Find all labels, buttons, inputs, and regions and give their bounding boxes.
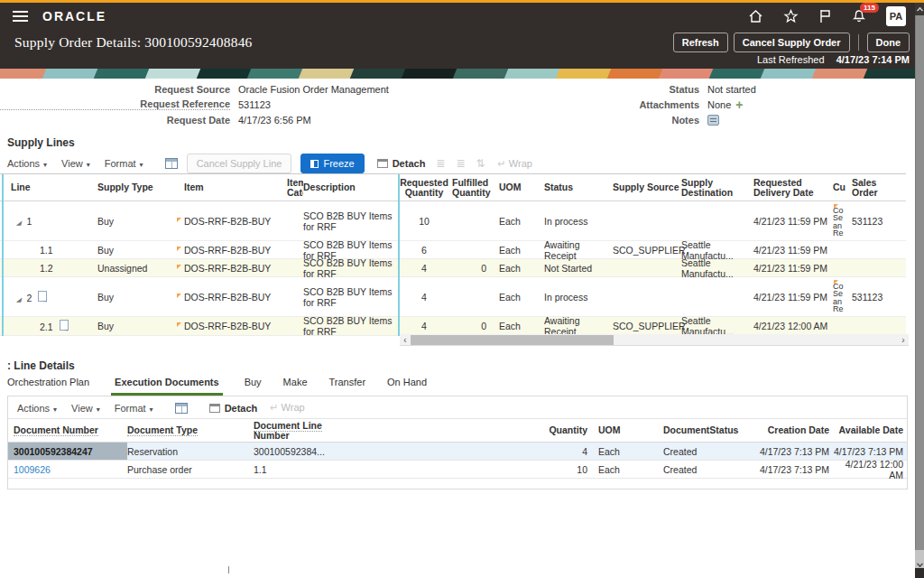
table-row[interactable]: 2 Buy DOS-RRF-B2B-BUY SCO B2B BUY Items … — [0, 277, 906, 317]
home-icon[interactable] — [748, 9, 763, 23]
favorites-star-icon[interactable] — [783, 9, 799, 23]
scrollbar-corner — [915, 568, 924, 578]
col-customer[interactable]: Cu — [833, 174, 848, 200]
tab-execution-documents[interactable]: Execution Documents — [111, 377, 223, 396]
tracking-document-icon[interactable] — [60, 320, 69, 331]
scroll-left-icon[interactable]: ‹ — [400, 334, 411, 346]
available-date-cell: 4/21/23 12:00 AM — [829, 459, 903, 480]
col-item[interactable]: Item — [177, 182, 287, 192]
horizontal-scrollbar-thumb[interactable] — [411, 335, 614, 345]
add-attachment-icon[interactable]: + — [735, 100, 743, 109]
horizontal-scrollbar[interactable]: ‹ › — [400, 334, 909, 346]
changed-indicator — [177, 294, 181, 298]
done-button[interactable]: Done — [867, 33, 910, 52]
tab-orchestration-plan[interactable]: Orchestration Plan — [7, 377, 89, 396]
view-menu[interactable]: View — [61, 158, 90, 169]
table-row[interactable]: 1.2 Unassigned DOS-RRF-B2B-BUY SCO B2B B… — [0, 259, 906, 277]
col-fulfilled-quantity[interactable]: Fulfilled Quantity — [452, 178, 492, 198]
view-menu[interactable]: View — [71, 403, 100, 414]
document-number-cell[interactable]: 300100592384247 — [14, 446, 93, 457]
freeze-icon — [310, 160, 319, 168]
detach-button[interactable]: Detach — [209, 403, 258, 414]
col-supply-source[interactable]: Supply Source — [613, 182, 681, 192]
notes-icon[interactable] — [707, 115, 719, 126]
line-number: 1.1 — [40, 245, 53, 256]
avatar[interactable]: PA — [886, 6, 906, 26]
wrap-button[interactable]: Wrap — [270, 402, 304, 414]
page-title-bar: Supply Order Details: 300100592408846 Re… — [0, 30, 924, 55]
cancel-supply-line-button[interactable]: Cancel Supply Line — [187, 154, 292, 173]
supply-source-cell: SCO_SUPPLIER — [613, 245, 681, 256]
notifications-bell-icon[interactable]: 115 — [852, 9, 866, 23]
col-document-line-number[interactable]: Document Line Number — [254, 421, 322, 441]
col-line[interactable]: Line — [7, 182, 97, 192]
export-grid-icon[interactable] — [165, 158, 178, 169]
col-document-status[interactable]: DocumentStatus — [651, 425, 750, 435]
go-up-icon[interactable]: ≣ — [456, 157, 465, 170]
scroll-up-icon[interactable] — [915, 3, 924, 15]
tracking-document-icon[interactable] — [38, 291, 47, 302]
show-as-top-icon[interactable]: ⇅ — [476, 157, 485, 170]
scroll-down-icon[interactable] — [916, 560, 923, 567]
vertical-scrollbar-thumb[interactable] — [915, 15, 924, 550]
oracle-logo: ORACLE — [42, 9, 106, 23]
table-row[interactable]: 300100592384247 Reservation 300100592384… — [8, 443, 907, 461]
col-sales-order[interactable]: Sales Order — [848, 178, 904, 198]
col-item-category[interactable]: Item Category — [287, 178, 303, 198]
delivery-date-cell: 4/21/23 11:59 PM — [753, 245, 833, 256]
uom-cell: Each — [492, 216, 537, 227]
last-refreshed-label: Last Refreshed — [757, 54, 825, 65]
col-uom[interactable]: UOM — [492, 182, 537, 192]
col-creation-date[interactable]: Creation Date — [750, 425, 829, 435]
col-available-date[interactable]: Available Date — [829, 425, 903, 435]
table-row[interactable]: 1.1 Buy DOS-RRF-B2B-BUY SCO B2B BUY Item… — [0, 241, 906, 259]
collapse-icon[interactable] — [16, 296, 21, 303]
description-cell: SCO B2B BUY Items for RRF — [303, 257, 396, 279]
flag-icon[interactable] — [818, 9, 832, 23]
col-description[interactable]: Description — [303, 182, 396, 192]
document-status-cell: Created — [651, 464, 750, 475]
vertical-scrollbar[interactable] — [915, 3, 924, 578]
document-number-link[interactable]: 1009626 — [14, 464, 51, 475]
export-grid-icon[interactable] — [175, 403, 188, 414]
detach-button[interactable]: Detach — [377, 158, 426, 169]
col-document-number[interactable]: Document Number — [14, 425, 98, 436]
table-row[interactable]: 1 Buy DOS-RRF-B2B-BUY SCO B2B BUY Items … — [0, 201, 906, 241]
col-supply-type[interactable]: Supply Type — [97, 182, 177, 192]
table-row[interactable]: 2.1 Buy DOS-RRF-B2B-BUY SCO B2B BUY Item… — [0, 317, 906, 336]
detach-icon — [209, 404, 220, 413]
col-requested-delivery-date[interactable]: Requested Delivery Date — [753, 178, 833, 198]
fulfilled-qty-cell: 0 — [452, 321, 492, 331]
tab-on-hand[interactable]: On Hand — [387, 377, 427, 396]
go-to-top-icon[interactable]: ≣ — [436, 157, 445, 170]
col-supply-destination[interactable]: Supply Destination — [681, 178, 753, 198]
tab-make[interactable]: Make — [283, 377, 308, 396]
format-menu[interactable]: Format — [105, 158, 143, 169]
actions-menu[interactable]: Actions — [17, 403, 57, 414]
format-menu[interactable]: Format — [115, 403, 153, 414]
tab-transfer[interactable]: Transfer — [329, 377, 366, 396]
cancel-supply-order-button[interactable]: Cancel Supply Order — [734, 33, 850, 52]
sales-order-cell: 531123 — [848, 216, 904, 227]
refresh-button[interactable]: Refresh — [673, 33, 728, 52]
col-status[interactable]: Status — [537, 182, 613, 192]
item-cell: DOS-RRF-B2B-BUY — [184, 292, 271, 303]
scroll-right-icon[interactable]: › — [898, 334, 909, 346]
supply-lines-toolbar: Actions View Format Cancel Supply Line F… — [7, 154, 532, 173]
freeze-button[interactable]: Freeze — [300, 154, 364, 173]
col-requested-quantity[interactable]: Requested Quantity — [396, 178, 452, 198]
col-quantity[interactable]: Quantity — [520, 425, 587, 435]
changed-indicator — [177, 247, 181, 251]
collapse-icon[interactable] — [16, 219, 21, 226]
last-refreshed: Last Refreshed 4/17/23 7:14 PM — [757, 54, 910, 65]
menu-icon[interactable] — [13, 11, 28, 22]
col-document-type[interactable]: Document Type — [127, 424, 198, 436]
changed-indicator — [834, 204, 838, 209]
freeze-column-divider — [398, 174, 400, 336]
wrap-button[interactable]: Wrap — [498, 158, 532, 170]
tab-buy[interactable]: Buy — [245, 377, 262, 396]
actions-menu[interactable]: Actions — [7, 158, 47, 169]
col-uom[interactable]: UOM — [587, 425, 651, 435]
table-row[interactable]: 1009626 Purchase order 1.1 10 Each Creat… — [8, 461, 907, 479]
requested-qty-cell: 4 — [396, 321, 452, 331]
